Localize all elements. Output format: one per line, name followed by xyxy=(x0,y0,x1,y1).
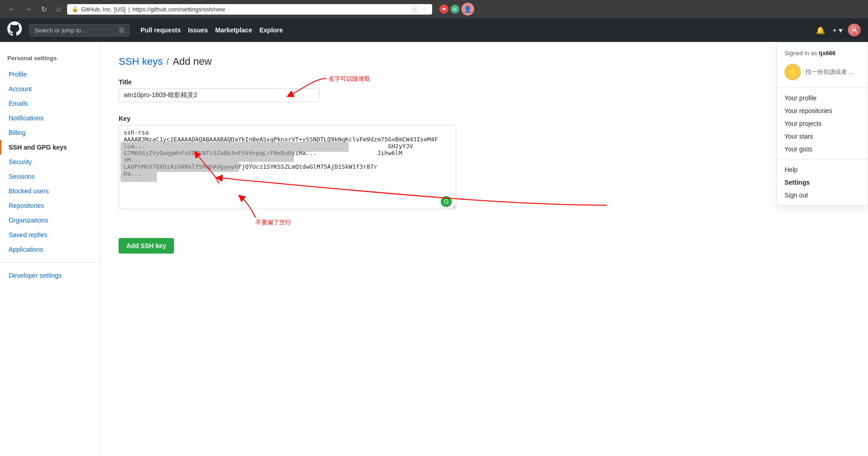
browser-chrome: ← → ↻ ⌂ 🔒 GitHub, Inc. [US] | https://gi… xyxy=(0,0,868,18)
ext-icon-2[interactable]: M xyxy=(450,5,460,14)
sidebar-item-applications[interactable]: Applications xyxy=(0,242,100,257)
sidebar-item-saved-replies[interactable]: Saved replies xyxy=(0,228,100,242)
sidebar-item-notifications[interactable]: Notifications xyxy=(0,111,100,125)
lock-icon: 🔒 xyxy=(72,6,78,12)
refresh-button[interactable]: ↻ xyxy=(38,4,50,15)
back-button[interactable]: ← xyxy=(5,4,18,14)
sidebar-item-repositories[interactable]: Repositories xyxy=(0,198,100,213)
censor-overlay-4 xyxy=(120,172,157,182)
home-button[interactable]: ⌂ xyxy=(53,4,63,14)
browser-extensions: ❤ M 👤 xyxy=(439,3,474,16)
dropdown-sign-out[interactable]: Sign out xyxy=(777,189,868,202)
dropdown-header: Signed in as tjx666 xyxy=(777,46,868,60)
signed-in-text: Signed in as xyxy=(784,50,817,57)
dropdown-your-projects[interactable]: Your projects xyxy=(777,117,868,130)
sidebar-item-emails[interactable]: Emails xyxy=(0,96,100,111)
dropdown-username: tjx666 xyxy=(819,50,836,57)
address-url: https://github.com/settings/ssh/new xyxy=(133,6,410,13)
dropdown-divider-2 xyxy=(777,159,868,160)
main-container: Personal settings Profile Account Emails… xyxy=(0,42,868,456)
nav-issues[interactable]: Issues xyxy=(188,26,208,34)
ext-icon-1[interactable]: ❤ xyxy=(439,5,449,14)
breadcrumb-link[interactable]: SSH keys xyxy=(119,56,163,67)
breadcrumb-separator: / xyxy=(167,57,169,67)
dropdown-help[interactable]: Help xyxy=(777,163,868,176)
key-arrow-2 xyxy=(237,195,283,222)
sidebar-item-sessions[interactable]: Sessions xyxy=(0,169,100,184)
dropdown-your-gists[interactable]: Your gists xyxy=(777,143,868,155)
forward-button[interactable]: → xyxy=(22,4,35,14)
nav-pull-requests[interactable]: Pull requests xyxy=(141,26,181,34)
sidebar-divider xyxy=(0,262,100,263)
sidebar: Personal settings Profile Account Emails… xyxy=(0,42,100,456)
sidebar-item-developer-settings[interactable]: Developer settings xyxy=(0,268,100,283)
sidebar-item-profile[interactable]: Profile xyxy=(0,67,100,82)
dropdown-settings[interactable]: Settings xyxy=(777,176,868,189)
breadcrumb: SSH keys / Add new xyxy=(119,56,850,67)
user-avatar[interactable] xyxy=(848,24,861,36)
user-dropdown-menu: Signed in as tjx666 🌟 找一份前讀或者 ... Your p… xyxy=(777,42,868,206)
dropdown-your-stars[interactable]: Your stars xyxy=(777,130,868,143)
special-text: 找一份前讀或者 ... xyxy=(805,68,853,76)
sidebar-heading: Personal settings xyxy=(0,51,100,65)
key-textarea-container: ssh-rsa AAAAB3NzaC1yc2EAAAADAQABAAABAQDa… xyxy=(119,125,456,211)
special-icon: 🌟 xyxy=(784,64,801,80)
sidebar-section-main: Profile Account Emails Notifications Bil… xyxy=(0,67,100,257)
dropdown-divider-1 xyxy=(777,88,868,88)
dropdown-your-repositories[interactable]: Your repositories xyxy=(777,104,868,117)
main-nav: Pull requests Issues Marketplace Explore xyxy=(141,26,283,34)
github-header: Search or jump to... / Pull requests Iss… xyxy=(0,18,868,42)
header-right: 🔔 + ▾ xyxy=(814,24,861,36)
censor-overlay-1 xyxy=(120,142,349,152)
github-logo[interactable] xyxy=(7,21,22,39)
title-annotation: 名字可以隨便取 xyxy=(329,75,370,83)
notifications-button[interactable]: 🔔 xyxy=(814,24,827,36)
key-form-group: Key ssh-rsa AAAAB3NzaC1yc2EAAAADAQABAAAB… xyxy=(119,115,850,211)
dropdown-your-profile[interactable]: Your profile xyxy=(777,92,868,104)
search-box[interactable]: Search or jump to... / xyxy=(29,24,130,36)
sidebar-item-blocked-users[interactable]: Blocked users xyxy=(0,184,100,198)
title-arrow xyxy=(274,76,329,104)
title-label: Title xyxy=(119,78,850,86)
content-area: SSH keys / Add new Title 名字可以隨便取 xyxy=(100,42,868,456)
nav-marketplace[interactable]: Marketplace xyxy=(215,26,252,34)
ext-icon-3[interactable]: 👤 xyxy=(461,3,474,16)
bookmark-icon[interactable]: ☆ xyxy=(422,6,428,13)
add-button-section: Add SSH key xyxy=(119,238,850,254)
address-separator: | xyxy=(128,6,130,13)
slash-shortcut: / xyxy=(413,6,418,12)
plus-button[interactable]: + ▾ xyxy=(831,24,844,36)
search-slash: / xyxy=(119,27,125,33)
key-arrow xyxy=(192,151,237,188)
key-label: Key xyxy=(119,115,850,122)
title-form-group: Title 名字可以隨便取 xyxy=(119,78,850,102)
search-placeholder: Search or jump to... xyxy=(34,27,86,34)
sidebar-item-billing[interactable]: Billing xyxy=(0,125,100,140)
title-annotation-text: 名字可以隨便取 xyxy=(329,75,370,83)
grammarly-icon[interactable]: G xyxy=(441,196,452,207)
address-bar[interactable]: 🔒 GitHub, Inc. [US] | https://github.com… xyxy=(67,4,432,15)
nav-explore[interactable]: Explore xyxy=(259,26,282,34)
sidebar-item-organizations[interactable]: Organizations xyxy=(0,213,100,228)
add-ssh-key-button[interactable]: Add SSH key xyxy=(119,238,174,254)
sidebar-item-account[interactable]: Account xyxy=(0,82,100,96)
dropdown-special-item[interactable]: 🌟 找一份前讀或者 ... xyxy=(777,60,868,84)
address-company: GitHub, Inc. [US] xyxy=(81,6,126,13)
sidebar-item-security[interactable]: Security xyxy=(0,155,100,169)
breadcrumb-current: Add new xyxy=(173,56,212,67)
sidebar-item-ssh-keys[interactable]: SSH and GPG keys xyxy=(0,140,100,155)
sidebar-section-developer: Developer settings xyxy=(0,268,100,283)
